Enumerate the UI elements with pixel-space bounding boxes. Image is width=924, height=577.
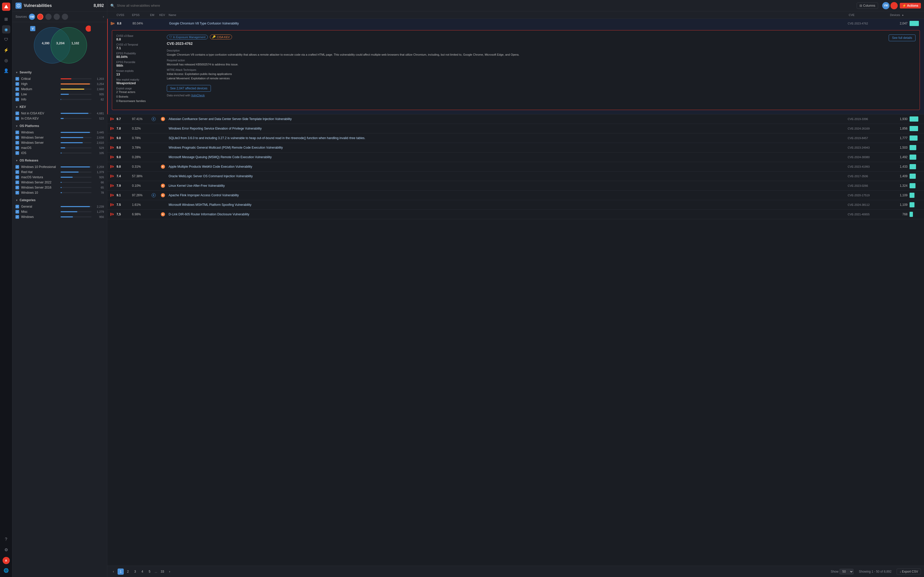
columns-button[interactable]: ⊟ Columns (857, 3, 878, 9)
kev-section-header[interactable]: ▼ KEV (16, 105, 104, 109)
filter-macos-ventura-checkbox[interactable] (16, 176, 19, 179)
export-csv-button[interactable]: ↓ Export CSV (897, 569, 921, 575)
filter-medium-checkbox[interactable] (16, 87, 19, 91)
filter-high-label: High (21, 82, 58, 86)
table-row[interactable]: 7.8 0.32% Windows Error Reporting Servic… (107, 124, 924, 134)
actions-button[interactable]: ⚡ Actions (900, 3, 921, 8)
row-devices: 1,109 (889, 193, 909, 197)
filter-windows-server2-bar-container (61, 142, 92, 143)
filter-macos-label: macOS (21, 146, 58, 150)
vulncheck-link[interactable]: VulnCheck (191, 94, 205, 97)
table-row[interactable]: 9.1 97.26% E K Apache Flink Improper Acc… (107, 191, 924, 200)
nav-help[interactable]: ? (2, 535, 10, 543)
nav-bolt[interactable]: ⚡ (2, 46, 10, 54)
row-cvss: 9.8 (115, 155, 131, 159)
table-row[interactable]: 7,5 6.98% K D-Link DIR-605 Router Inform… (107, 210, 924, 219)
page-3-button[interactable]: 3 (132, 569, 138, 575)
filter-macos-checkbox[interactable] (16, 146, 19, 150)
search-input[interactable] (117, 3, 855, 8)
filter-ws2016-checkbox[interactable] (16, 186, 19, 189)
os-platforms-label: OS Platforms (19, 124, 39, 128)
row-devices-bar-cell (909, 193, 921, 198)
table-row[interactable]: 9.8 0.28% Microsoft Message Queuing (MSM… (107, 153, 924, 162)
row-kev: K (158, 117, 168, 121)
row-devices: 1,856 (889, 127, 909, 131)
table-row[interactable]: 7.4 57.38% Oracle WebLogic Server OS Com… (107, 172, 924, 181)
kev-section: ▼ KEV Not in CISA KEV 4,681 In CISA KEV … (16, 105, 104, 121)
nav-target[interactable]: ◎ (2, 56, 10, 64)
filter-info-checkbox[interactable] (16, 98, 19, 101)
table-row[interactable]: 7.9 0.10% K Linux Kernel Use-After-Free … (107, 181, 924, 191)
os-platforms-section-header[interactable]: ▼ OS Platforms (16, 124, 104, 128)
selected-devices-bar (909, 21, 919, 26)
nav-shield[interactable]: 🛡 (2, 35, 10, 44)
filter-info-bar (61, 99, 61, 100)
sources-expand-arrow[interactable]: › (103, 15, 104, 19)
page-4-button[interactable]: 4 (139, 569, 145, 575)
col-em[interactable]: EM (149, 13, 158, 16)
source-vm-badge[interactable]: VM (29, 14, 35, 20)
filter-misc-checkbox[interactable] (16, 210, 19, 214)
nav-globe[interactable]: 🌐 (2, 566, 10, 574)
filter-win10-checkbox[interactable] (16, 191, 19, 195)
next-page-button[interactable]: › (166, 569, 173, 575)
filter-redhat-checkbox[interactable] (16, 170, 19, 174)
categories-chevron: ▼ (16, 199, 18, 202)
show-count-select[interactable]: 50 100 25 (840, 569, 854, 574)
categories-section-header[interactable]: ▼ Categories (16, 198, 104, 202)
filter-low-checkbox[interactable] (16, 92, 19, 96)
source-gray3-badge[interactable] (62, 14, 68, 20)
detail-mitre-label: MITRE Attack Techniques (167, 69, 916, 71)
filter-critical-checkbox[interactable] (16, 77, 19, 81)
page-last-button[interactable]: 33 (159, 569, 165, 575)
row-vuln-name: Linux Kernel Use-After-Free Vulnerabilit… (168, 184, 848, 187)
table-row[interactable]: 9.8 0.78% SQLite3 from 3.6.0 to and incl… (107, 134, 924, 143)
filter-windows-checkbox[interactable] (16, 131, 19, 134)
nav-vulnerabilities[interactable]: ◉ (2, 25, 10, 34)
user-avatar[interactable]: A (3, 557, 10, 564)
source-red-badge[interactable] (37, 14, 43, 20)
see-affected-button[interactable]: See 2,047 affected devices (167, 85, 211, 92)
severity-section-header[interactable]: ▼ Severity (16, 71, 104, 74)
filter-critical-label: Critical (21, 77, 58, 81)
filter-ws2022-checkbox[interactable] (16, 181, 19, 184)
table-row[interactable]: 7.5 1.61% Microsoft Windows MSHTML Platf… (107, 200, 924, 210)
col-cvss[interactable]: CVSS (115, 13, 131, 16)
table-row[interactable]: 9.7 97.41% E K Atlassian Confluence Serv… (107, 114, 924, 124)
col-epss[interactable]: EPSS (131, 13, 149, 16)
filter-not-kev-checkbox[interactable] (16, 111, 19, 115)
table-row[interactable]: 9.8 3.78% Windows Pragmatic General Mult… (107, 143, 924, 153)
col-devices[interactable]: Devices ▲ (889, 13, 909, 16)
filter-windows-server1-checkbox[interactable] (16, 136, 19, 139)
filter-high-checkbox[interactable] (16, 82, 19, 86)
nav-grid[interactable]: ⊞ (2, 15, 10, 23)
row-cve: CVE-2019-3396 (848, 118, 889, 121)
sbar (110, 137, 111, 140)
col-name[interactable]: Name (168, 13, 848, 16)
sbar (110, 203, 111, 206)
filter-in-kev-count: 523 (94, 117, 104, 120)
nav-settings[interactable]: ⚙ (2, 546, 10, 554)
filter-in-kev-checkbox[interactable] (16, 117, 19, 120)
source-gray1-badge[interactable] (45, 14, 52, 20)
os-releases-section-header[interactable]: ▼ OS Releases (16, 159, 104, 162)
col-cve[interactable]: CVE (848, 13, 889, 16)
filter-win10pro-checkbox[interactable] (16, 165, 19, 169)
prev-page-button[interactable]: ‹ (110, 569, 116, 575)
os-releases-section: ▼ OS Releases Windows 10 Professional 2,… (16, 159, 104, 195)
selected-table-row[interactable]: 8.8 80.04% Google Chromium V8 Type Confu… (108, 19, 924, 28)
filter-windows-server2-checkbox[interactable] (16, 141, 19, 145)
svg-text:1,102: 1,102 (71, 42, 79, 45)
page-5-button[interactable]: 5 (147, 569, 153, 575)
filter-ios-checkbox[interactable] (16, 151, 19, 155)
see-full-details-button[interactable]: See full details (888, 34, 916, 41)
nav-users[interactable]: 👤 (2, 66, 10, 75)
table-row[interactable]: 9.8 0.31% K Apple Multiple Products WebK… (107, 162, 924, 172)
filter-windows-cat-checkbox[interactable] (16, 215, 19, 219)
page-2-button[interactable]: 2 (125, 569, 131, 575)
col-kev[interactable]: KEV (158, 13, 168, 16)
page-ellipsis: ... (153, 570, 158, 574)
page-1-button[interactable]: 1 (118, 569, 124, 575)
source-gray2-badge[interactable] (53, 14, 60, 20)
filter-general-checkbox[interactable] (16, 205, 19, 208)
